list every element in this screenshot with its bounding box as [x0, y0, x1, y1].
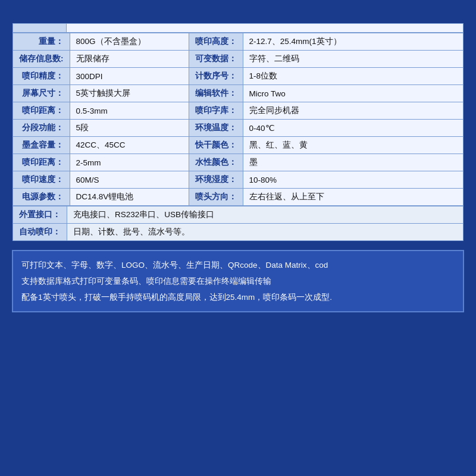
right-label: 喷印高度：: [189, 33, 243, 51]
right-value: 0-40℃: [243, 120, 464, 137]
table-row: 墨盒容量：42CC、45CC快干颜色：黑、红、蓝、黄: [13, 137, 464, 154]
left-value: 无限储存: [70, 51, 189, 68]
size-row: [13, 24, 464, 33]
table-row: 电源参数：DC14.8V锂电池喷头方向：左右往返、从上至下: [13, 189, 464, 206]
right-label: 环境温度：: [189, 120, 243, 137]
bottom-row: 外置接口：充电接口、RS232串口、USB传输接口: [13, 206, 464, 224]
left-label: 喷印精度：: [13, 68, 70, 85]
footer-line: 支持数据库格式打印可变量条码、喷印信息需要在操作终端编辑传输: [21, 273, 455, 289]
left-label: 喷印距离：: [13, 102, 70, 120]
table-row: 储存信息数:无限储存可变数据：字符、二维码: [13, 51, 464, 68]
left-label: 墨盒容量：: [13, 137, 70, 154]
main-table: 重量：800G（不含墨盒）喷印高度：2-12.7、25.4mm(1英寸）储存信息…: [12, 23, 464, 242]
right-value: 字符、二维码: [243, 51, 464, 68]
bottom-row: 自动喷印：日期、计数、批号、流水号等。: [13, 224, 464, 241]
right-label: 可变数据：: [189, 51, 243, 68]
left-value: 5段: [70, 120, 189, 137]
right-label: 水性颜色：: [189, 154, 243, 171]
size-label: [13, 24, 67, 33]
left-value: 800G（不含墨盒）: [70, 33, 189, 51]
table-row: 屏幕尺寸：5英寸触摸大屏编辑软件：Micro Two: [13, 85, 464, 102]
right-value: 1-8位数: [243, 68, 464, 85]
right-value: 黑、红、蓝、黄: [243, 137, 464, 154]
right-value: 左右往返、从上至下: [243, 189, 464, 206]
left-label: 屏幕尺寸：: [13, 85, 70, 102]
bottom-value: 日期、计数、批号、流水号等。: [67, 224, 464, 241]
right-value: 完全同步机器: [243, 102, 464, 120]
table-row: 喷印距离：0.5-3mm喷印字库：完全同步机器: [13, 102, 464, 120]
bottom-value: 充电接口、RS232串口、USB传输接口: [67, 206, 464, 224]
right-value: Micro Two: [243, 85, 464, 102]
right-value: 墨: [243, 154, 464, 171]
table-row: 分段功能：5段环境温度：0-40℃: [13, 120, 464, 137]
table-row: 重量：800G（不含墨盒）喷印高度：2-12.7、25.4mm(1英寸）: [13, 33, 464, 51]
left-value: DC14.8V锂电池: [70, 189, 189, 206]
right-label: 编辑软件：: [189, 85, 243, 102]
table-row: 喷印速度：60M/S环境湿度：10-80%: [13, 171, 464, 189]
table-row: 喷印精度：300DPI计数序号：1-8位数: [13, 68, 464, 85]
left-label: 喷印速度：: [13, 171, 70, 189]
left-label: 重量：: [13, 33, 70, 51]
left-value: 0.5-3mm: [70, 102, 189, 120]
right-label: 快干颜色：: [189, 137, 243, 154]
left-label: 电源参数：: [13, 189, 70, 206]
left-value: 5英寸触摸大屏: [70, 85, 189, 102]
table-row: 喷印距离：2-5mm水性颜色：墨: [13, 154, 464, 171]
bottom-label: 外置接口：: [13, 206, 67, 224]
size-value: [67, 24, 464, 33]
left-value: 42CC、45CC: [70, 137, 189, 154]
left-value: 300DPI: [70, 68, 189, 85]
left-label: 喷印距离：: [13, 154, 70, 171]
right-label: 环境湿度：: [189, 171, 243, 189]
left-label: 储存信息数:: [13, 51, 70, 68]
left-value: 2-5mm: [70, 154, 189, 171]
right-value: 2-12.7、25.4mm(1英寸）: [243, 33, 464, 51]
footer-line: 配备1英寸喷头，打破一般手持喷码机的高度局限，达到25.4mm，喷印条码一次成型…: [21, 289, 455, 305]
right-label: 喷头方向：: [189, 189, 243, 206]
right-label: 计数序号：: [189, 68, 243, 85]
footer-box: 可打印文本、字母、数字、LOGO、流水号、生产日期、QRcode、Data Ma…: [12, 250, 464, 312]
left-label: 分段功能：: [13, 120, 70, 137]
right-value: 10-80%: [243, 171, 464, 189]
right-label: 喷印字库：: [189, 102, 243, 120]
bottom-label: 自动喷印：: [13, 224, 67, 241]
left-value: 60M/S: [70, 171, 189, 189]
footer-line: 可打印文本、字母、数字、LOGO、流水号、生产日期、QRcode、Data Ma…: [21, 257, 455, 273]
